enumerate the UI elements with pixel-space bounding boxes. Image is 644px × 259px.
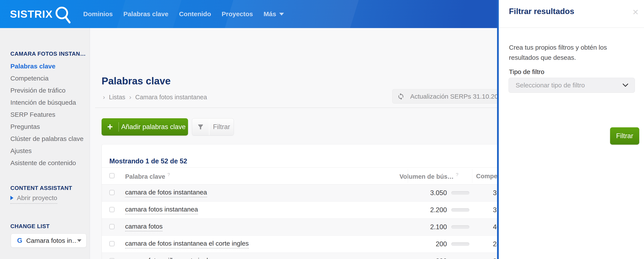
table-row: camara fotos 2.100 40: [102, 219, 512, 236]
sidebar-item-ajustes[interactable]: Ajustes: [10, 145, 84, 157]
add-keywords-button[interactable]: + Añadir palabras clave: [102, 118, 188, 136]
row-checkbox[interactable]: [109, 207, 114, 212]
breadcrumb-current-list[interactable]: Camara fotos instantanea: [135, 94, 207, 101]
content-assistant-title: CONTENT ASSISTANT: [10, 185, 72, 192]
filter-toolbar-label: Filtrar: [210, 123, 234, 131]
row-checkbox[interactable]: [109, 241, 114, 246]
filter-panel-description: Crea tus propios filtros y obtén los res…: [509, 42, 635, 63]
table-row: camara de fotos instantanea el corte ing…: [102, 236, 512, 253]
column-header-competition[interactable]: Compet: [476, 172, 500, 179]
filter-type-select[interactable]: Seleccionar tipo de filtro: [508, 78, 635, 93]
chevron-down-icon: [622, 83, 629, 87]
sidebar-item-asistente-de-contenido[interactable]: Asistente de contenido: [10, 157, 84, 169]
table-header-row: Palabra clave? Volumen de bús…? Compet: [102, 168, 512, 185]
volume-bar: [451, 208, 470, 212]
table-row: camara de fotos instantanea 3.050 36: [102, 185, 512, 202]
keyword-link[interactable]: camara fotos niños corte ingles: [125, 257, 215, 259]
change-list-value: Camara fotos in…: [26, 237, 77, 244]
apply-filter-button[interactable]: Filtrar: [610, 127, 639, 145]
nav-item-dominios[interactable]: Dominios: [83, 10, 113, 18]
nav-item-proyectos[interactable]: Proyectos: [222, 10, 253, 18]
keyword-link[interactable]: camara de fotos instantanea: [125, 189, 207, 197]
volume-value: 3.050: [378, 189, 447, 197]
nav-item-mas[interactable]: Más: [264, 10, 284, 18]
panel-divider: [499, 27, 644, 28]
plus-icon: +: [102, 119, 118, 135]
keywords-table-card: Mostrando 1 de 52 de 52 Palabra clave? V…: [102, 144, 512, 259]
sidebar-item-prevision-de-trafico[interactable]: Previsión de tráfico: [10, 84, 84, 96]
brand-text: SISTRIX: [10, 8, 53, 20]
column-header-keyword[interactable]: Palabra clave: [125, 173, 165, 180]
sidebar-menu: Palabras clave Competencia Previsión de …: [10, 60, 84, 169]
chevron-down-icon: [279, 13, 284, 15]
add-keywords-label: Añadir palabras clave: [119, 123, 188, 131]
filter-type-placeholder: Seleccionar tipo de filtro: [516, 82, 622, 89]
sistrix-app: SISTRIX Dominios Palabras clave Contenid…: [0, 0, 644, 259]
sidebar-item-serp-features[interactable]: SERP Features: [10, 109, 84, 121]
serp-update-label: Actualización SERPs 31.10.2022: [410, 93, 505, 100]
row-checkbox[interactable]: [109, 258, 114, 259]
keyword-link[interactable]: camara fotos instantanea: [125, 206, 198, 214]
nav-label: Palabras clave: [124, 10, 168, 18]
filter-toolbar-button[interactable]: Filtrar: [192, 118, 234, 136]
sidebar-project-title: CAMARA FOTOS INSTAN…: [10, 50, 86, 57]
row-checkbox[interactable]: [109, 190, 114, 195]
volume-value: 2.100: [378, 223, 447, 231]
sidebar-item-intencion-de-busqueda[interactable]: Intención de búsqueda: [10, 96, 84, 109]
main-navigation: Dominios Palabras clave Contenido Proyec…: [83, 0, 284, 28]
search-icon[interactable]: [54, 5, 72, 25]
nav-label: Dominios: [83, 10, 113, 18]
column-divider: [472, 169, 472, 183]
nav-label: Proyectos: [222, 10, 253, 18]
change-list-title: CHANGE LIST: [10, 223, 50, 230]
table-row: camara fotos instantanea 2.200 37: [102, 202, 512, 219]
showing-count: Mostrando 1 de 52 de 52: [109, 157, 187, 165]
breadcrumb: › Listas › Camara fotos instantanea: [103, 93, 207, 101]
sidebar-item-cluster-de-palabras-clave[interactable]: Clúster de palabras clave: [10, 133, 84, 145]
nav-label: Más: [264, 10, 276, 18]
row-checkbox[interactable]: [109, 224, 114, 229]
volume-value: 2.200: [378, 206, 447, 214]
volume-bar: [451, 225, 470, 229]
sidebar-item-preguntas[interactable]: Preguntas: [10, 121, 84, 133]
filter-panel-title: Filtrar resultados: [509, 7, 574, 16]
brand-logo[interactable]: SISTRIX: [10, 0, 72, 28]
sidebar-item-competencia[interactable]: Competencia: [10, 72, 84, 84]
breadcrumb-listas[interactable]: Listas: [109, 94, 125, 101]
select-all-checkbox[interactable]: [109, 173, 114, 178]
play-icon: [10, 196, 14, 200]
help-icon[interactable]: ?: [456, 172, 458, 177]
keyword-link[interactable]: camara de fotos instantanea el corte ing…: [125, 240, 249, 249]
volume-value: 200: [378, 240, 447, 248]
sidebar-item-palabras-clave[interactable]: Palabras clave: [10, 60, 84, 72]
sidebar: CAMARA FOTOS INSTAN… Palabras clave Comp…: [0, 28, 90, 259]
table-row: camara fotos niños corte ingles 200 24: [102, 253, 512, 259]
nav-item-contenido[interactable]: Contenido: [179, 10, 211, 18]
volume-value: 200: [378, 257, 447, 259]
open-project-link[interactable]: Abrir proyecto: [10, 194, 57, 204]
funnel-icon: [192, 123, 209, 131]
serp-update-button[interactable]: Actualización SERPs 31.10.2022: [392, 89, 507, 104]
volume-bar: [451, 191, 470, 195]
nav-label: Contenido: [179, 10, 211, 18]
page-title: Palabras clave: [102, 75, 171, 87]
filter-type-label: Tipo de filtro: [509, 68, 544, 75]
help-icon[interactable]: ?: [167, 172, 170, 177]
breadcrumb-separator: ›: [103, 93, 105, 101]
chevron-down-icon: [77, 239, 82, 242]
close-icon[interactable]: ✕: [632, 8, 639, 17]
volume-bar: [451, 242, 470, 246]
column-divider: [408, 169, 408, 183]
filter-panel: Filtrar resultados ✕ Crea tus propios fi…: [497, 0, 644, 259]
sync-icon: [397, 93, 404, 100]
nav-item-palabras-clave[interactable]: Palabras clave: [124, 10, 168, 18]
apply-filter-label: Filtrar: [616, 132, 633, 140]
table-body: camara de fotos instantanea 3.050 36 cam…: [102, 185, 512, 259]
google-icon: G: [17, 237, 22, 245]
breadcrumb-separator: ›: [129, 93, 132, 101]
open-project-label: Abrir proyecto: [17, 194, 57, 202]
keyword-link[interactable]: camara fotos: [125, 223, 162, 231]
change-list-dropdown[interactable]: G Camara fotos in…: [11, 234, 86, 248]
